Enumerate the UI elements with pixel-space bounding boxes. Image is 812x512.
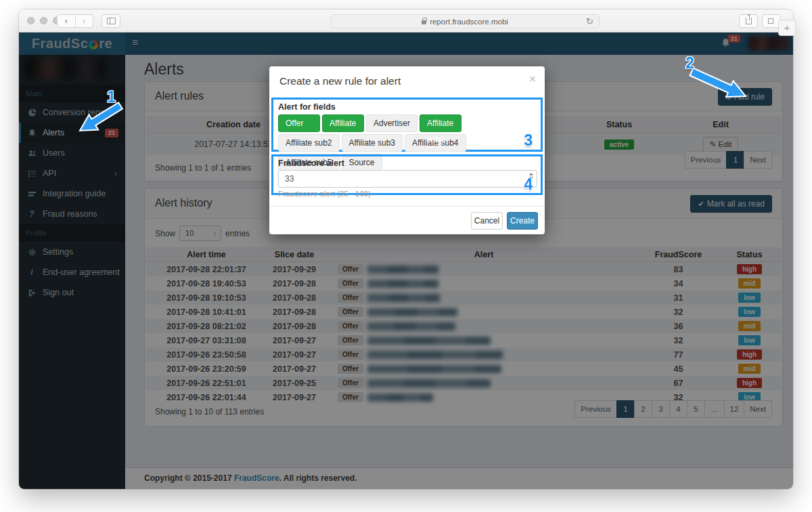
minimize-window-button[interactable] (40, 17, 47, 24)
fraudscore-input[interactable]: 33 (278, 170, 537, 188)
sidebar-toggle-button[interactable] (102, 14, 120, 28)
field-button-advertiser[interactable]: Advertiser (366, 114, 418, 132)
close-window-button[interactable] (27, 17, 35, 24)
address-bar[interactable]: report.fraudscore.mobi ↻ (330, 14, 600, 28)
field-button-affiliate[interactable]: Affiliate (322, 114, 364, 132)
score-help-text: Fraudscore alert (25 - 100) (278, 190, 536, 198)
forward-button[interactable]: › (75, 15, 93, 27)
field-button-affiliate-sub2[interactable]: Affiliate sub2 (278, 134, 340, 152)
new-tab-button[interactable]: + (778, 20, 796, 36)
create-button[interactable]: Create (507, 212, 538, 230)
tabs-icon (768, 18, 773, 24)
annotation-box-4: Fraudscore alert 33 Fraudscore alert (25… (271, 154, 543, 195)
lock-icon (422, 20, 426, 24)
screenshot-root: ‹ › report.fraudscore.mobi ↻ FraudScre ≡… (0, 0, 812, 512)
modal-footer: Cancel Create (269, 206, 545, 234)
browser-window: ‹ › report.fraudscore.mobi ↻ FraudScre ≡… (19, 9, 793, 489)
sidebar-toggle-icon (107, 18, 116, 24)
window-controls (27, 17, 60, 24)
close-icon[interactable]: × (529, 72, 536, 86)
app-viewport: FraudScre ≡ 21 MainConversion reportAler… (19, 33, 793, 489)
field-button-affiliate-sub3[interactable]: Affiliate sub3 (342, 134, 403, 152)
url-text: report.fraudscore.mobi (430, 18, 508, 26)
cancel-button[interactable]: Cancel (471, 212, 503, 230)
share-icon (746, 18, 752, 24)
field-button-offer[interactable]: Offer (278, 114, 320, 132)
field-button-affiliate-sub1[interactable]: Affiliate sub1 (420, 114, 461, 132)
history-nav-buttons: ‹ › (57, 14, 93, 28)
annotation-number-4: 4 (524, 175, 533, 194)
create-rule-modal: Create a new rule for alert × Alert for … (269, 66, 545, 234)
score-label: Fraudscore alert (278, 158, 536, 168)
modal-title: Create a new rule for alert (279, 75, 401, 87)
annotation-box-3: Alert for fields OfferAffiliateAdvertise… (271, 98, 543, 152)
fields-label: Alert for fields (278, 102, 536, 112)
share-button[interactable] (739, 14, 758, 28)
browser-toolbar: ‹ › report.fraudscore.mobi ↻ (19, 9, 793, 33)
annotation-number-3: 3 (524, 131, 533, 150)
back-button[interactable]: ‹ (58, 15, 75, 27)
reload-icon[interactable]: ↻ (586, 16, 593, 26)
fraudscore-value: 33 (285, 174, 294, 184)
